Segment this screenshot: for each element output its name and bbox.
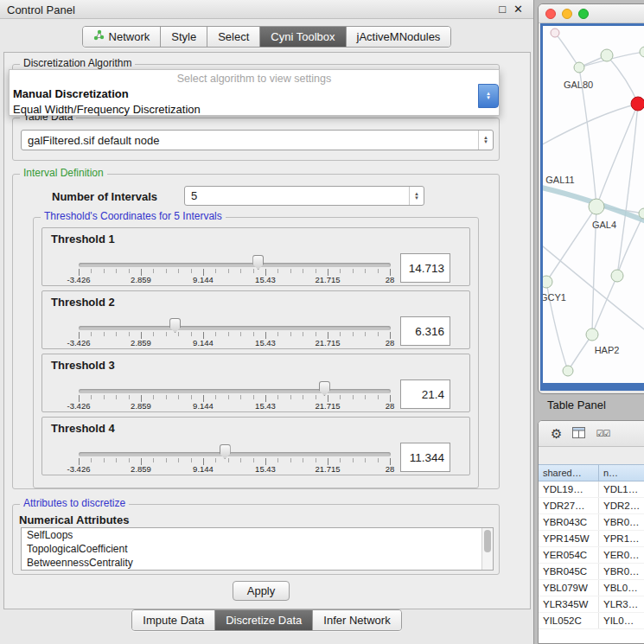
slider-track[interactable] — [79, 389, 391, 393]
number-of-intervals-label: Number of Intervals — [52, 190, 157, 203]
close-icon[interactable]: ✕ — [513, 3, 523, 16]
minimize-window-icon[interactable] — [562, 9, 572, 19]
top-tab-group: Network Style Select Cyni Toolbox jActiv… — [82, 26, 452, 48]
table-row[interactable]: YBR045CYBR0… — [539, 564, 644, 580]
cell-name[interactable]: YDR2… — [599, 498, 644, 513]
list-item[interactable]: SelfLoops — [22, 528, 493, 542]
cell-name[interactable]: YBR0… — [599, 514, 644, 530]
network-node[interactable] — [543, 276, 552, 288]
network-node[interactable] — [601, 49, 613, 61]
cell-shared-name[interactable]: YPR145W — [539, 531, 599, 546]
apply-button[interactable]: Apply — [233, 581, 290, 601]
threshold-value-input[interactable]: 6.316 — [400, 316, 450, 346]
slider-thumb[interactable] — [252, 255, 264, 270]
table-panel: ⚙ ☑☑ shared… n… YDL19…YDL1… YDR27…YDR2… … — [538, 420, 644, 644]
network-node[interactable] — [563, 366, 573, 376]
network-node[interactable] — [574, 62, 584, 73]
tick-label: -3.426 — [67, 275, 91, 284]
column-header-name[interactable]: n… — [599, 464, 644, 481]
cell-name[interactable]: YLR3… — [599, 596, 644, 612]
scrollbar[interactable] — [481, 528, 493, 570]
network-node-selected[interactable] — [631, 97, 644, 111]
network-node[interactable] — [551, 29, 559, 37]
tab-network[interactable]: Network — [83, 27, 162, 47]
tab-label: jActiveMNodules — [357, 30, 441, 43]
combo-value: 5 — [191, 189, 409, 202]
cell-shared-name[interactable]: YDR27… — [539, 498, 599, 513]
dropdown-item-equal-width-frequency[interactable]: Equal Width/Frequency Discretization — [10, 102, 499, 118]
slider-track[interactable] — [79, 263, 391, 267]
select-columns-icon[interactable]: ☑☑ — [596, 429, 609, 438]
algorithm-combo-stepper-icon[interactable]: ▲▼ — [478, 84, 499, 108]
slider-track[interactable] — [79, 326, 391, 330]
cell-shared-name[interactable]: YBR043C — [539, 514, 599, 530]
network-node[interactable] — [586, 328, 598, 341]
table-row[interactable]: YBL079WYBL0… — [539, 580, 644, 596]
slider-thumb[interactable] — [169, 318, 181, 333]
tab-label: Cyni Toolbox — [271, 30, 335, 43]
network-window: GAL80 GAL11 GAL4 GCY1 HAP2 — [538, 3, 644, 394]
tab-cyni-toolbox[interactable]: Cyni Toolbox — [260, 27, 346, 47]
slider-thumb[interactable] — [319, 381, 330, 396]
app-root: Control Panel □ ✕ Network Style Select C… — [0, 0, 644, 644]
network-node[interactable] — [640, 47, 644, 57]
slider-track[interactable] — [79, 452, 391, 456]
network-node[interactable] — [611, 270, 623, 282]
cell-shared-name[interactable]: YIL052C — [539, 613, 599, 628]
zoom-window-icon[interactable] — [578, 9, 589, 19]
threshold-value-input[interactable]: 11.344 — [400, 443, 450, 472]
settings-gear-icon[interactable]: ⚙ — [551, 427, 562, 440]
threshold-value-input[interactable]: 21.4 — [400, 379, 450, 409]
tab-discretize-data[interactable]: Discretize Data — [215, 610, 313, 630]
top-tab-bar: Network Style Select Cyni Toolbox jActiv… — [0, 22, 533, 50]
scrollbar-thumb[interactable] — [484, 530, 491, 552]
network-canvas[interactable]: GAL80 GAL11 GAL4 GCY1 HAP2 — [543, 26, 644, 383]
bottom-tab-bar: Impute Data Discretize Data Infer Networ… — [0, 609, 533, 631]
slider-thumb[interactable] — [220, 444, 231, 459]
cell-name[interactable]: YDL1… — [599, 481, 644, 497]
cell-name[interactable]: YPR1… — [599, 531, 644, 546]
attributes-list[interactable]: SelfLoops TopologicalCoefficient Between… — [21, 527, 494, 571]
panel-titlebar: Control Panel □ ✕ — [0, 0, 533, 19]
network-node[interactable] — [589, 199, 604, 214]
table-data-combo[interactable]: galFiltered.sif default node ▲▼ — [21, 130, 494, 150]
list-item[interactable]: TopologicalCoefficient — [22, 542, 493, 556]
table-columns-icon[interactable] — [572, 426, 585, 442]
cell-shared-name[interactable]: YBL079W — [539, 580, 599, 596]
dropdown-item-manual-discretization[interactable]: Manual Discretization — [10, 86, 499, 102]
cell-name[interactable]: YER0… — [599, 547, 644, 563]
cell-name[interactable]: YBR0… — [599, 564, 644, 579]
float-window-icon[interactable]: □ — [499, 3, 506, 16]
number-of-intervals-combo[interactable]: 5 ▲▼ — [184, 186, 424, 206]
cell-name[interactable]: YBL0… — [599, 580, 644, 596]
table-row[interactable]: YDR27…YDR2… — [539, 498, 644, 514]
tab-impute-data[interactable]: Impute Data — [132, 610, 215, 630]
threshold-label: Threshold 3 — [51, 359, 115, 372]
threshold-panel-4: Threshold 4 -3.426 2.859 9.144 15.43 21.… — [41, 417, 470, 475]
cell-shared-name[interactable]: YDL19… — [539, 481, 599, 497]
close-window-icon[interactable] — [545, 9, 556, 19]
cell-shared-name[interactable]: YBR045C — [539, 564, 599, 579]
table-row[interactable]: YER054CYER0… — [539, 547, 644, 564]
cell-name[interactable]: YIL0… — [599, 613, 644, 628]
threshold-panel-3: Threshold 3 -3.426 2.859 9.144 15.43 21.… — [41, 354, 470, 412]
tab-label: Network — [109, 30, 150, 43]
tab-infer-network[interactable]: Infer Network — [313, 610, 400, 630]
table-row[interactable]: YBR043CYBR0… — [539, 514, 644, 531]
cell-shared-name[interactable]: YLR345W — [539, 596, 599, 612]
column-header-shared-name[interactable]: shared… — [539, 464, 599, 481]
threshold-value-input[interactable]: 14.713 — [400, 253, 450, 283]
tick-label: 9.144 — [193, 338, 214, 348]
tab-style[interactable]: Style — [161, 27, 207, 47]
table-toolbar: ⚙ ☑☑ — [539, 421, 644, 447]
tab-select[interactable]: Select — [207, 27, 260, 47]
table-row[interactable]: YIL052CYIL0… — [539, 613, 644, 629]
slider-ticks — [79, 395, 392, 402]
tab-jactivemnodules[interactable]: jActiveMNodules — [347, 27, 451, 47]
list-item[interactable]: BetweennessCentrality — [22, 556, 493, 570]
table-row[interactable]: YPR145WYPR1… — [539, 531, 644, 547]
tick-label: 21.715 — [315, 275, 340, 284]
table-row[interactable]: YDL19…YDL1… — [539, 481, 644, 498]
table-row[interactable]: YLR345WYLR3… — [539, 596, 644, 613]
cell-shared-name[interactable]: YER054C — [539, 547, 599, 563]
